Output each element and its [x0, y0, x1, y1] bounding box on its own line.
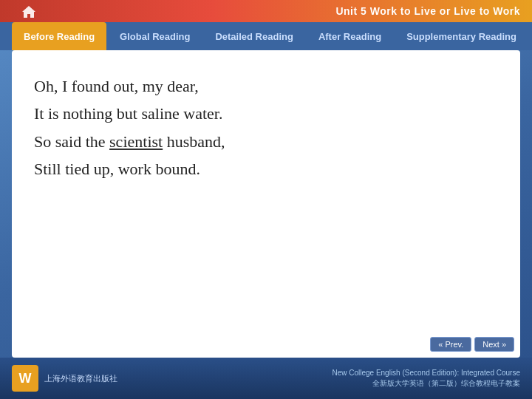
- unit-title: Unit 5 Work to Live or Live to Work: [335, 5, 520, 17]
- bottom-bar: W 上海外语教育出版社 New College English (Second …: [0, 358, 532, 399]
- underlined-word: scientist: [109, 132, 163, 151]
- double-left-icon: «: [438, 340, 443, 349]
- poem-line-4: Still tied up, work bound.: [34, 155, 498, 183]
- bottom-right-info: New College English (Second Edition): In…: [332, 369, 520, 389]
- poem-line-2: It is nothing but saline water.: [34, 100, 498, 127]
- title-bar: Unit 5 Work to Live or Live to Work: [0, 0, 532, 22]
- nav-tabs: Before Reading Global Reading Detailed R…: [0, 22, 532, 50]
- main-content: Oh, I found out, my dear, It is nothing …: [12, 50, 520, 358]
- tab-global-reading[interactable]: Global Reading: [108, 22, 202, 50]
- prev-button[interactable]: « Prev.: [430, 337, 471, 352]
- course-title-en: New College English (Second Edition): In…: [332, 369, 520, 377]
- course-title-zh: 全新版大学英语（第二版）综合教程电子教案: [372, 378, 520, 389]
- tab-supplementary-reading[interactable]: Supplementary Reading: [395, 22, 528, 50]
- poem-line-1: Oh, I found out, my dear,: [34, 72, 498, 100]
- next-button[interactable]: Next »: [474, 337, 514, 352]
- publisher-logo: W 上海外语教育出版社: [12, 365, 117, 392]
- tab-before-reading[interactable]: Before Reading: [12, 22, 106, 50]
- tab-after-reading[interactable]: After Reading: [307, 22, 393, 50]
- publisher-name: 上海外语教育出版社: [44, 373, 117, 384]
- poem-line-3: So said the scientist husband,: [34, 128, 498, 155]
- double-right-icon: »: [502, 340, 506, 349]
- logo-icon-w: W: [12, 365, 38, 392]
- tab-detailed-reading[interactable]: Detailed Reading: [203, 22, 304, 50]
- home-icon[interactable]: [21, 4, 37, 20]
- poem-text: Oh, I found out, my dear, It is nothing …: [34, 72, 498, 183]
- nav-button-group: « Prev. Next »: [430, 337, 514, 352]
- svg-marker-0: [22, 6, 35, 18]
